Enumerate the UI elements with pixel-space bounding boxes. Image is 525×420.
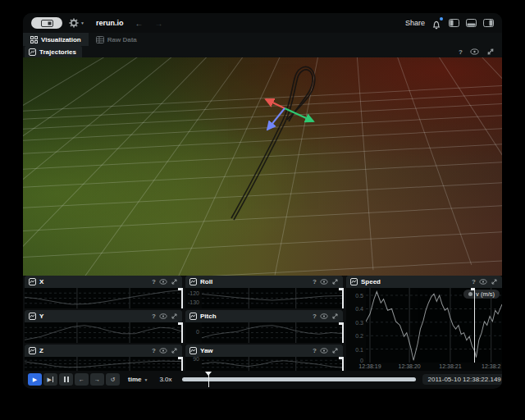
timeline-name: time [128, 376, 141, 383]
plot-header: Roll ? [185, 276, 343, 288]
help-icon[interactable]: ? [313, 347, 317, 354]
time-cursor[interactable] [474, 288, 476, 363]
timeline-selector[interactable]: time ▼ [128, 376, 148, 383]
panel-layout-button[interactable] [31, 17, 62, 29]
eye-icon[interactable] [479, 279, 487, 285]
expand-icon[interactable] [171, 347, 178, 354]
expand-icon[interactable] [331, 278, 339, 285]
expand-icon[interactable] [331, 313, 339, 320]
time-cursor[interactable] [342, 357, 344, 371]
expand-icon[interactable] [491, 278, 498, 285]
expand-icon[interactable] [171, 313, 178, 320]
time-range-bar[interactable] [182, 377, 416, 381]
step-forward-button[interactable]: → [90, 373, 104, 386]
nav-back-button[interactable]: ← [135, 19, 143, 28]
eye-icon[interactable] [159, 279, 167, 285]
plot-canvas[interactable] [25, 357, 182, 371]
y-tick-label: 0.2 [355, 333, 363, 339]
expand-icon[interactable] [171, 278, 178, 285]
plot-header: X ? [25, 276, 182, 288]
tab-raw-data[interactable]: Raw Data [89, 33, 144, 46]
step-back-button[interactable]: ← [75, 373, 89, 386]
plot-panel: Y ? [25, 310, 182, 343]
chevron-down-icon: ▼ [144, 377, 148, 382]
plot-body: 90 [185, 357, 343, 371]
nav-forward-button[interactable]: → [154, 19, 162, 28]
plot-canvas[interactable] [25, 288, 182, 308]
plot-canvas[interactable]: v (m/s) [366, 288, 502, 363]
line-chart-icon [29, 347, 36, 354]
tab-label: Raw Data [107, 36, 137, 43]
help-icon[interactable]: ? [472, 278, 476, 285]
time-cursor[interactable] [181, 322, 183, 343]
time-cursor[interactable] [342, 288, 344, 308]
time-cursor[interactable] [342, 322, 344, 343]
help-icon[interactable]: ? [152, 278, 156, 285]
time-cursor[interactable] [181, 357, 183, 371]
plot-header: Yaw ? [185, 345, 343, 357]
toggle-bottom-panel-button[interactable] [466, 19, 477, 27]
toggle-left-panel-button[interactable] [449, 19, 459, 27]
plot-panel: X ? [25, 276, 182, 308]
plot-header: Y ? [25, 310, 182, 322]
eye-icon[interactable] [159, 348, 167, 354]
plot-title: Speed [361, 278, 381, 285]
current-timestamp[interactable]: 2011-05-10 12:38:22.149 534Z [422, 374, 502, 385]
y-axis-ticks: 90 [185, 357, 202, 371]
plot-canvas[interactable] [202, 322, 343, 343]
help-icon[interactable]: ? [313, 313, 317, 320]
view-tab-trajectories[interactable]: Trajectories [25, 46, 82, 57]
legend-dot [468, 292, 472, 296]
plot-body: -120-130 [185, 288, 343, 308]
settings-button[interactable]: ▼ [69, 18, 84, 28]
help-icon[interactable]: ? [152, 347, 156, 354]
help-icon[interactable]: ? [459, 48, 463, 56]
grid-icon [30, 36, 38, 43]
x-tick-label: 12:38:21 [439, 363, 461, 369]
plot-body: 0 [185, 322, 343, 343]
legend-pill[interactable]: v (m/s) [463, 290, 500, 299]
plot-title: Y [39, 313, 43, 320]
plot-canvas[interactable] [202, 357, 343, 371]
3d-scene [23, 57, 502, 276]
help-icon[interactable]: ? [313, 278, 317, 285]
toggle-right-panel-button[interactable] [483, 19, 494, 27]
line-chart-icon [29, 313, 36, 320]
eye-icon[interactable] [320, 313, 328, 319]
play-icon: ▶ [33, 377, 37, 383]
playhead[interactable] [208, 372, 210, 387]
3d-viewport[interactable] [23, 57, 502, 276]
plot-canvas[interactable] [202, 288, 343, 308]
bottom-panel-icon [466, 19, 477, 27]
eye-icon[interactable] [320, 279, 328, 285]
time-scrubber[interactable] [182, 372, 416, 387]
title-bar: ▼ rerun.io ← → Share [23, 13, 502, 33]
eye-icon[interactable] [159, 313, 167, 319]
y-axis-ticks: 0 [185, 322, 202, 343]
gear-icon [69, 18, 79, 28]
plot-title: X [39, 278, 43, 285]
notifications-button[interactable] [431, 18, 442, 29]
tab-visualization[interactable]: Visualization [23, 33, 89, 46]
screen-panel-icon [41, 20, 53, 27]
eye-icon[interactable] [320, 348, 328, 354]
plot-canvas[interactable] [25, 322, 182, 343]
tab-bar: Visualization Raw Data [23, 33, 502, 46]
loop-icon: ↺ [111, 377, 116, 383]
expand-icon[interactable] [486, 48, 495, 56]
expand-icon[interactable] [331, 347, 339, 354]
z-axis-arrow [267, 108, 285, 130]
loop-button[interactable]: ↺ [106, 373, 120, 386]
eye-icon[interactable] [470, 48, 479, 55]
play-button[interactable]: ▶ [28, 373, 42, 386]
y-axis-ticks: -120-130 [185, 288, 202, 308]
share-button[interactable]: Share [405, 19, 425, 27]
pause-button[interactable] [59, 373, 73, 386]
skip-forward-button[interactable]: ▶ [43, 373, 57, 386]
x-axis-arrow [266, 99, 285, 108]
y-tick-label: 0.3 [355, 319, 363, 325]
playback-speed[interactable]: 3.0x [159, 376, 171, 383]
plot-panel: Pitch ? 0 [185, 310, 343, 343]
help-icon[interactable]: ? [152, 313, 156, 320]
time-cursor[interactable] [181, 288, 183, 308]
